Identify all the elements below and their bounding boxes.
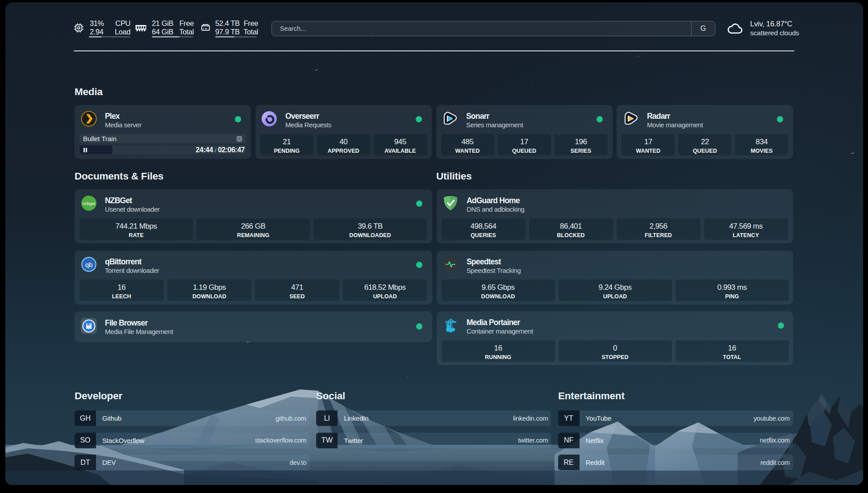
svg-text:qb: qb [85, 261, 93, 268]
svg-text:nzbget: nzbget [83, 201, 96, 206]
